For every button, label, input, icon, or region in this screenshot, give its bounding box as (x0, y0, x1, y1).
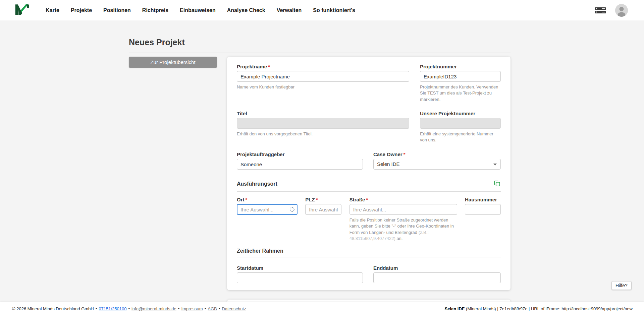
page-header: Neues Projekt (129, 38, 511, 53)
copy-icon[interactable] (493, 180, 501, 188)
navbar-right (594, 4, 628, 17)
plz-label: PLZ* (305, 197, 341, 202)
field-titel: Titel Erhält den von uns vorgegebenen Ti… (237, 111, 409, 143)
main-nav: Karte Projekte Positionen Richtpreis Ein… (46, 7, 355, 13)
plz-input[interactable] (305, 204, 341, 215)
form-row-auftraggeber-owner: Projektauftraggeber Case Owner* Selen ID… (237, 151, 501, 170)
projektauftraggeber-input[interactable] (237, 159, 363, 170)
nav-item-einbauweisen[interactable]: Einbauweisen (180, 7, 216, 13)
field-hausnummer: Hausnummer (465, 197, 501, 242)
unsere-projektnummer-label: Unsere Projektnummer (420, 111, 501, 116)
case-owner-select[interactable]: Selen IDE (373, 159, 501, 170)
ort-input[interactable] (237, 204, 298, 215)
section-zeitlicher-rahmen: Zeitlicher Rahmen (237, 248, 501, 257)
nav-item-projekte[interactable]: Projekte (71, 7, 92, 13)
nav-item-so-funktionierts[interactable]: So funktioniert's (313, 7, 355, 13)
field-unsere-projektnummer: Unsere Projektnummer Erhält eine systemg… (420, 111, 501, 143)
server-icon[interactable] (594, 6, 606, 15)
projektnummer-input[interactable] (420, 71, 501, 82)
required-asterisk: * (404, 151, 406, 157)
ort-label: Ort* (237, 197, 298, 202)
strasse-helper: Falls die Position keiner Straße zugeord… (350, 217, 457, 242)
form-row-name-number: Projektname* Name vom Kunden festlegbar … (237, 64, 501, 103)
nav-item-analyse-check[interactable]: Analyse Check (227, 7, 265, 13)
field-startdatum: Startdatum (237, 265, 363, 283)
field-projektname: Projektname* Name vom Kunden festlegbar (237, 64, 409, 103)
form-row-address: Ort* PLZ* Straße* Falls die Position kei… (237, 197, 501, 242)
page-title: Neues Projekt (129, 38, 511, 47)
field-plz: PLZ* (305, 197, 341, 242)
brand-logo-icon[interactable] (15, 3, 30, 18)
projektname-input[interactable] (237, 71, 409, 82)
titel-input (237, 118, 409, 129)
required-asterisk: * (316, 197, 318, 202)
separator: • (219, 306, 220, 311)
projektnummer-label: Projektnummer (420, 64, 501, 69)
ausfuehrungsort-heading: Ausführungsort (237, 181, 277, 187)
projektname-label: Projektname* (237, 64, 409, 69)
field-case-owner: Case Owner* Selen IDE (373, 151, 501, 170)
projektname-helper: Name vom Kunden festlegbar (237, 84, 409, 90)
field-projektauftraggeber: Projektauftraggeber (237, 151, 363, 170)
field-enddatum: Enddatum (373, 265, 501, 283)
required-asterisk: * (366, 197, 368, 202)
nav-item-richtpreis[interactable]: Richtpreis (142, 7, 168, 13)
required-asterisk: * (246, 197, 248, 202)
footer-link-impressum[interactable]: Impressum (181, 306, 203, 311)
separator: • (205, 306, 206, 311)
enddatum-label: Enddatum (373, 265, 501, 271)
help-button[interactable]: Hilfe? (611, 281, 632, 290)
nav-item-positionen[interactable]: Positionen (103, 7, 131, 13)
unsere-projektnummer-helper: Erhält eine systemgenerierte Nummer von … (420, 131, 501, 143)
copyright-text: © 2026 Mineral Minds Deutschland GmbH (12, 306, 94, 311)
case-owner-value: Selen IDE (377, 161, 400, 167)
separator: • (178, 306, 180, 311)
field-ort: Ort* (237, 197, 298, 242)
zeitlicher-rahmen-heading: Zeitlicher Rahmen (237, 248, 283, 254)
chevron-down-icon (493, 164, 497, 166)
hausnummer-input[interactable] (465, 204, 501, 215)
section-ausfuehrungsort: Ausführungsort (237, 180, 501, 192)
field-projektnummer: Projektnummer Projektnummer des Kunden. … (420, 64, 501, 103)
footer-left: © 2026 Mineral Minds Deutschland GmbH • … (12, 306, 246, 311)
enddatum-input[interactable] (373, 272, 501, 283)
field-strasse: Straße* Falls die Position keiner Straße… (350, 197, 457, 242)
back-to-project-overview-button[interactable]: Zur Projektübersicht (129, 57, 217, 68)
loading-spinner-icon (290, 207, 294, 212)
footer-session-text: (Mineral Minds) | 7e1edb8fb97e | URL of … (465, 306, 633, 311)
form-row-dates: Startdatum Enddatum (237, 265, 501, 283)
unsere-projektnummer-input (420, 118, 501, 129)
strasse-label: Straße* (350, 197, 457, 202)
footer-link-datenschutz[interactable]: Datenschutz (222, 306, 246, 311)
separator: • (128, 306, 130, 311)
projektauftraggeber-label: Projektauftraggeber (237, 151, 363, 157)
form-row-titel-unsere: Titel Erhält den von uns vorgegebenen Ti… (237, 111, 501, 143)
project-form-card: Projektname* Name vom Kunden festlegbar … (227, 57, 511, 290)
nav-item-verwalten[interactable]: Verwalten (277, 7, 302, 13)
user-avatar-icon[interactable] (615, 4, 628, 17)
titel-label: Titel (237, 111, 409, 116)
footer-email-link[interactable]: info@mineral-minds.de (131, 306, 176, 311)
startdatum-label: Startdatum (237, 265, 363, 271)
titel-helper: Erhält den von uns vorgegebenen Titel. (237, 131, 409, 137)
startdatum-input[interactable] (237, 272, 363, 283)
required-asterisk: * (268, 64, 270, 69)
hausnummer-label: Hausnummer (465, 197, 501, 202)
case-owner-label: Case Owner* (373, 151, 501, 157)
projektnummer-helper: Projektnummer des Kunden. Verwenden Sie … (420, 84, 501, 103)
footer-user-name: Selen IDE (444, 306, 465, 311)
footer-phone-link[interactable]: 07151/250100 (99, 306, 126, 311)
footer: © 2026 Mineral Minds Deutschland GmbH • … (0, 302, 644, 316)
footer-link-agb[interactable]: AGB (208, 306, 217, 311)
footer-session-info: Selen IDE (Mineral Minds) | 7e1edb8fb97e… (444, 306, 633, 311)
strasse-input[interactable] (350, 204, 457, 215)
nav-item-karte[interactable]: Karte (46, 7, 59, 13)
top-navbar: Karte Projekte Positionen Richtpreis Ein… (0, 0, 644, 20)
separator: • (96, 306, 97, 311)
